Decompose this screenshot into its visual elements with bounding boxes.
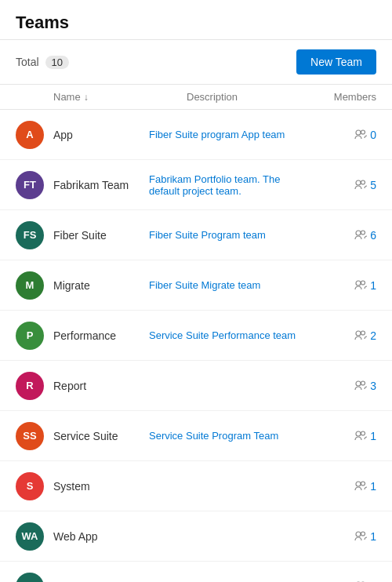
members-icon [354, 430, 367, 442]
svg-point-9 [361, 331, 365, 335]
col-name-header[interactable]: Name ↓ [53, 91, 187, 103]
svg-point-1 [361, 130, 365, 134]
members-count: 6 [370, 229, 376, 242]
team-members: 2 [314, 329, 376, 342]
team-name: Performance [53, 329, 149, 342]
members-count: 1 [370, 430, 376, 442]
avatar: SS [16, 422, 44, 450]
table-row[interactable]: WA Web App 1 [0, 511, 392, 562]
avatar: FS [16, 221, 44, 249]
table-row[interactable]: WS Web Service 1 [0, 562, 392, 582]
table-row[interactable]: P Performance Service Suite Performance … [0, 311, 392, 361]
members-icon [354, 229, 367, 242]
members-icon [354, 530, 367, 543]
team-members: 0 [314, 129, 376, 141]
team-description: Fabrikam Portfolio team. The default pro… [149, 173, 314, 197]
members-count: 3 [370, 380, 376, 392]
team-members: 1 [314, 530, 376, 543]
svg-point-3 [361, 180, 365, 184]
col-members-header: Members [314, 91, 376, 103]
team-description: Service Suite Performance team [149, 329, 314, 341]
team-name: Migrate [53, 279, 149, 292]
svg-point-17 [361, 532, 365, 536]
avatar: A [16, 121, 44, 149]
team-name: App [53, 129, 149, 141]
team-name: Fabrikam Team [53, 179, 149, 191]
toolbar: Total 10 New Team [0, 40, 392, 85]
team-members: 5 [314, 179, 376, 191]
members-icon [354, 329, 367, 342]
avatar: S [16, 472, 44, 500]
svg-point-12 [356, 431, 361, 436]
svg-point-7 [361, 281, 365, 285]
svg-point-15 [361, 482, 365, 486]
members-count: 0 [370, 129, 376, 141]
team-name: Web App [53, 530, 149, 543]
members-icon [354, 279, 367, 292]
table-header: Name ↓ Description Members [0, 85, 392, 110]
col-desc-header: Description [187, 91, 314, 103]
team-members: 1 [314, 279, 376, 292]
members-icon [354, 480, 367, 493]
table-row[interactable]: SS Service Suite Service Suite Program T… [0, 411, 392, 461]
avatar: R [16, 372, 44, 400]
team-description: Service Suite Program Team [149, 430, 314, 442]
team-description: Fiber Suite Migrate team [149, 279, 314, 291]
total-badge: Total 10 [16, 56, 69, 69]
team-description: Fiber Suite program App team [149, 129, 314, 140]
team-name: Fiber Suite [53, 229, 149, 242]
members-count: 5 [370, 179, 376, 191]
members-count: 1 [370, 480, 376, 493]
teams-list: A App Fiber Suite program App team 0 FT … [0, 110, 392, 582]
team-description: Fiber Suite Program team [149, 229, 314, 241]
total-label: Total [16, 56, 39, 68]
page-title: Teams [16, 13, 69, 32]
members-icon [354, 129, 367, 141]
avatar: P [16, 322, 44, 350]
total-count: 10 [45, 56, 69, 69]
table-row[interactable]: R Report 3 [0, 361, 392, 411]
table-row[interactable]: A App Fiber Suite program App team 0 [0, 110, 392, 160]
table-row[interactable]: S System 1 [0, 461, 392, 511]
team-name: Report [53, 380, 149, 392]
members-count: 1 [370, 530, 376, 543]
sort-arrow-icon: ↓ [84, 92, 89, 103]
svg-point-16 [356, 532, 361, 537]
table-row[interactable]: FT Fabrikam Team Fabrikam Portfolio team… [0, 160, 392, 210]
page-header: Teams [0, 0, 392, 40]
svg-point-6 [356, 281, 361, 286]
svg-point-11 [361, 381, 365, 385]
svg-point-2 [356, 180, 361, 185]
team-members: 6 [314, 229, 376, 242]
team-members: 3 [314, 380, 376, 392]
avatar: WA [16, 522, 44, 551]
avatar: M [16, 271, 44, 300]
team-name: System [53, 480, 149, 493]
svg-point-14 [356, 482, 361, 486]
svg-point-13 [361, 431, 365, 435]
new-team-button[interactable]: New Team [296, 49, 376, 75]
svg-point-4 [356, 231, 361, 235]
svg-point-0 [356, 130, 361, 135]
members-icon [354, 380, 367, 392]
table-row[interactable]: FS Fiber Suite Fiber Suite Program team … [0, 210, 392, 260]
team-members: 1 [314, 430, 376, 442]
svg-point-5 [361, 231, 365, 235]
avatar: WS [16, 573, 44, 583]
members-count: 1 [370, 279, 376, 292]
team-members: 1 [314, 480, 376, 493]
members-icon [354, 179, 367, 191]
table-row[interactable]: M Migrate Fiber Suite Migrate team 1 [0, 260, 392, 311]
members-count: 2 [370, 329, 376, 342]
avatar: FT [16, 171, 44, 199]
svg-point-8 [356, 331, 361, 336]
team-name: Service Suite [53, 430, 149, 442]
svg-point-10 [356, 381, 361, 386]
